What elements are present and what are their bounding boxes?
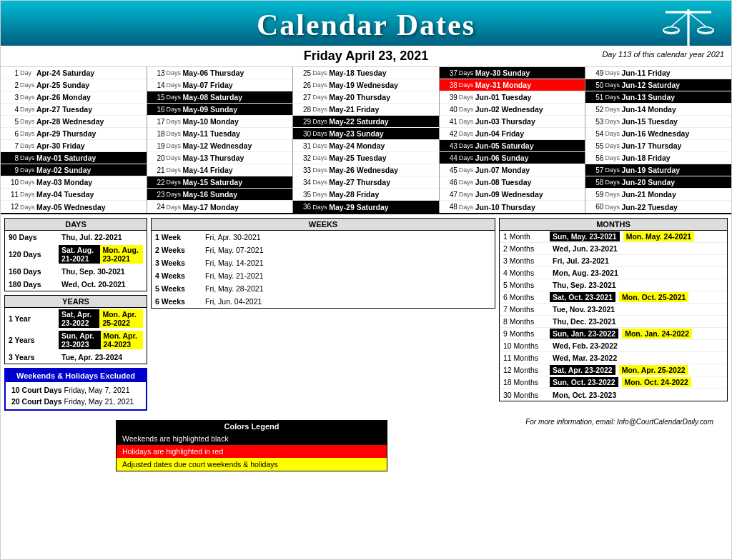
calendar-row: 27DaysMay-20 Thursday [293,91,439,104]
calendar-row: 28DaysMay-21 Friday [293,104,439,116]
cal-day-num: 57 [588,166,603,174]
cal-day-num: 30 [295,130,311,138]
months-row: 3 MonthsFri, Jul. 23-2021 [500,255,727,267]
cal-date-value: May-05 Wednesday [34,202,144,212]
calendar-row: 48DaysJun-10 Thursday [440,201,585,213]
years-num: 1 Year [9,314,59,323]
cal-day-num: 28 [295,106,311,114]
months-num: 30 Months [503,391,550,399]
cal-day-label: Days [167,118,181,125]
weeks-date: Fri, May. 14-2021 [205,259,264,267]
cal-date-value: May-27 Thursday [327,177,437,187]
years-adjusted-date: Mon. Apr. 24-2023 [101,331,144,349]
cal-date-value: Jun-17 Thursday [619,141,729,151]
months-row: 1 MonthSun, May. 23-2021Mon. May. 24-202… [500,231,727,243]
years-row: 2 YearsSun, Apr. 23-2023Mon. Apr. 24-202… [5,329,147,351]
calendar-row: 17DaysMay-10 Monday [147,116,293,128]
cal-date-value: May-06 Thursday [181,68,291,78]
calendar-row: 19DaysMay-12 Wednesday [147,140,293,152]
months-row: 11 MonthsWed, Mar. 23-2022 [500,352,727,364]
cal-day-num: 27 [295,94,311,101]
months-date: Fri, Jul. 23-2021 [550,256,612,266]
cal-day-num: 6 [3,130,19,138]
calendar-row: 44DaysJun-06 Sunday [440,152,585,164]
months-num: 18 Months [503,378,550,386]
calendar-row: 55DaysJun-17 Thursday [585,140,731,152]
months-row: 5 MonthsThu, Sep. 23-2021 [500,279,727,291]
cal-day-label: Days [605,118,619,125]
years-row: 1 YearSat, Apr. 23-2022Mon. Apr. 25-2022 [5,308,147,329]
cal-day-num: 41 [442,118,458,126]
weeks-num: 5 Weeks [155,284,205,293]
cal-day-num: 53 [588,118,603,126]
calendar-row: 31DaysMay-24 Monday [293,140,439,152]
cal-day-num: 59 [588,191,603,199]
months-row: 7 MonthsTue, Nov. 23-2021 [500,304,727,316]
days-num: 180 Days [9,280,59,289]
cal-date-value: May-18 Tuesday [327,68,437,78]
calendar-row: 23DaysMay-16 Sunday [147,189,293,201]
cal-col-3: 25DaysMay-18 Tuesday26DaysMay-19 Wednesd… [293,67,440,213]
calendar-row: 54DaysJun-16 Wednesday [585,128,731,140]
cal-day-num: 17 [149,118,165,126]
months-num: 8 Months [503,317,550,326]
cal-day-num: 12 [3,203,19,211]
calendar-row: 30DaysMay-23 Sunday [293,128,439,140]
footer-row: Colors Legend Weekends are highlighted b… [1,414,731,475]
calendar-row: 37DaysMay-30 Sunday [440,67,585,79]
cal-day-label: Days [312,204,327,211]
calendar-row: 18DaysMay-11 Tuesday [147,128,293,140]
calendar-row: 50DaysJun-12 Saturday [585,79,731,91]
court-label: 20 Court Days [11,397,62,406]
calendar-row: 32DaysMay-25 Tuesday [293,152,439,164]
cal-day-label: Days [312,94,327,101]
cal-date-value: May-03 Monday [34,177,144,187]
days-row: 160 DaysThu, Sep. 30-2021 [5,265,147,278]
cal-date-value: Apr-24 Saturday [34,68,144,78]
calendar-row: 9DaysMay-02 Sunday [1,164,147,176]
cal-day-label: Days [605,81,619,89]
calendar-grid: 1DayApr-24 Saturday2DaysApr-25 Sunday3Da… [1,67,731,214]
cal-date-value: Apr-26 Monday [34,92,144,102]
cal-day-num: 40 [442,106,458,114]
svg-line-2 [671,12,688,26]
bottom-left: DAYS 90 DaysThu, Jul. 22-2021120 DaysSat… [4,218,147,411]
months-row: 30 MonthsMon, Oct. 23-2023 [500,389,727,401]
calendar-row: 47DaysJun-09 Wednesday [440,189,585,201]
days-num: 120 Days [9,250,59,259]
calendar-row: 53DaysJun-15 Tuesday [585,116,731,128]
calendar-row: 57DaysJun-19 Saturday [585,164,731,176]
cal-date-value: Jun-16 Wednesday [619,129,729,139]
header: Calendar Dates [1,1,731,46]
months-header: MONTHS [499,218,728,231]
weeks-num: 1 Week [155,233,205,241]
months-date: Mon, Oct. 23-2023 [550,390,619,400]
bottom-right: MONTHS 1 MonthSun, May. 23-2021Mon. May.… [499,218,728,411]
cal-day-num: 7 [3,142,19,150]
weeks-date: Fri, Jun. 04-2021 [205,297,262,306]
cal-day-num: 3 [3,94,19,101]
weeks-date: Fri, May. 21-2021 [205,271,264,280]
cal-day-label: Days [312,142,327,149]
cal-day-label: Days [167,191,181,198]
days-date: Thu, Sep. 30-2021 [59,266,128,276]
months-num: 4 Months [503,269,550,277]
months-date: Thu, Dec. 23-2021 [550,316,619,326]
cal-date-value: May-23 Sunday [327,129,437,139]
cal-date-value: May-21 Friday [327,104,437,114]
cal-date-value: May-28 Friday [327,189,437,199]
cal-day-label: Days [20,81,34,89]
court-row: 10 Court Days Friday, May 7, 2021 [6,384,146,396]
cal-day-num: 42 [442,130,458,138]
calendar-row: 45DaysJun-07 Monday [440,164,585,176]
cal-day-num: 31 [295,142,311,150]
cal-date-value: Jun-21 Monday [619,189,729,199]
years-num: 3 Years [9,353,59,361]
cal-day-label: Days [312,106,327,113]
calendar-row: 12DaysMay-05 Wednesday [1,201,147,213]
cal-day-num: 49 [588,69,603,77]
cal-date-value: May-07 Friday [181,80,291,90]
cal-col-4: 37DaysMay-30 Sunday38DaysMay-31 Monday39… [440,67,586,213]
cal-date-value: Jun-08 Tuesday [473,177,583,187]
cal-date-value: May-20 Thursday [327,92,437,102]
